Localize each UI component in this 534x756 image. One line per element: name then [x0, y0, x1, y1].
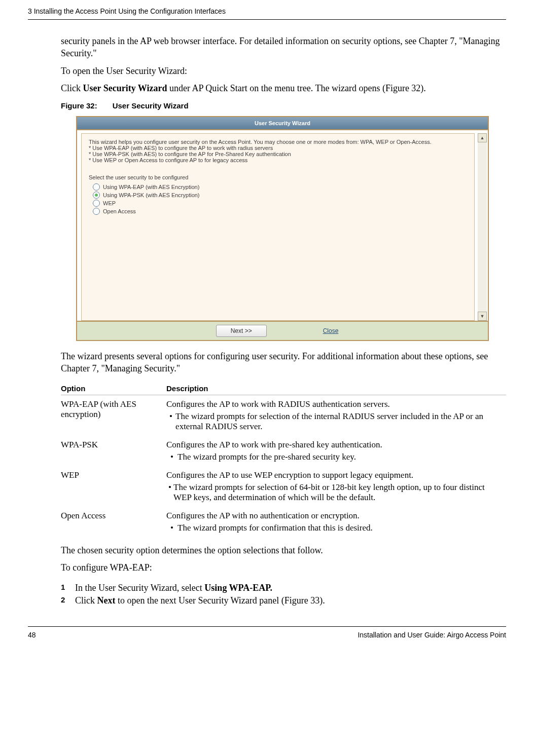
next-button[interactable]: Next >>	[216, 325, 267, 337]
intro-paragraph-1: security panels in the AP web browser in…	[61, 35, 506, 60]
option-cell: WPA-PSK	[61, 436, 166, 466]
description-text: Configures the AP to work with pre-share…	[166, 440, 382, 449]
table-row: Open Access Configures the AP with no au…	[61, 507, 506, 537]
intro-paragraph-3: Click User Security Wizard under AP Quic…	[61, 82, 506, 94]
chapter-title: 3 Installing the Access Point Using the …	[28, 7, 226, 15]
radio-option-wpa-eap[interactable]: Using WPA-EAP (with AES Encryption)	[93, 183, 467, 191]
closing-paragraph-1: The chosen security option determines th…	[61, 544, 506, 556]
description-cell: Configures the AP with no authentication…	[166, 507, 506, 537]
bullet-text: The wizard prompts for confirmation that…	[177, 523, 373, 533]
text-bold: Next	[97, 595, 116, 606]
closing-paragraph-2: To configure WPA-EAP:	[61, 561, 506, 574]
option-cell: Open Access	[61, 507, 166, 537]
table-row: WEP Configures the AP to use WEP encrypt…	[61, 466, 506, 507]
radio-icon[interactable]	[93, 208, 100, 215]
step-number: 1	[61, 583, 75, 593]
step-number: 2	[61, 595, 75, 606]
figure-title: User Security Wizard	[113, 101, 189, 110]
scroll-up-icon[interactable]: ▲	[478, 133, 487, 142]
step-text: In the User Security Wizard, select Usin…	[75, 583, 272, 593]
description-text: Configures the AP to work with RADIUS au…	[166, 399, 390, 409]
table-header-option: Option	[61, 380, 166, 395]
text-fragment: to open the next User Security Wizard pa…	[115, 595, 325, 606]
bullet-text: The wizard prompts for selection of the …	[175, 411, 502, 432]
list-item: 1 In the User Security Wizard, select Us…	[61, 583, 506, 593]
bullet-icon: •	[166, 411, 175, 432]
description-cell: Configures the AP to work with pre-share…	[166, 436, 506, 466]
bullet-icon: •	[166, 482, 173, 503]
wizard-screenshot: User Security Wizard ▲ ▼ This wizard hel…	[76, 116, 489, 341]
close-link[interactable]: Close	[312, 325, 349, 337]
radio-option-wep[interactable]: WEP	[93, 200, 467, 207]
footer-title: Installation and User Guide: Airgo Acces…	[358, 631, 506, 639]
page-number: 48	[28, 631, 36, 639]
table-row: WPA-PSK Configures the AP to work with p…	[61, 436, 506, 466]
scroll-down-icon[interactable]: ▼	[478, 312, 487, 321]
bullet-text: The wizard prompts for the pre-shared se…	[177, 452, 356, 462]
after-figure-text: The wizard presents several options for …	[61, 350, 506, 375]
radio-label-text: WEP	[103, 200, 116, 206]
figure-caption: Figure 32:User Security Wizard	[61, 101, 506, 110]
description-cell: Configures the AP to work with RADIUS au…	[166, 395, 506, 436]
figure-number: Figure 32:	[61, 101, 97, 110]
text-fragment: Click	[61, 83, 83, 93]
wizard-intro-text: This wizard helps you configure user sec…	[89, 139, 467, 163]
description-text: Configures the AP with no authentication…	[166, 511, 360, 520]
option-cell: WEP	[61, 466, 166, 507]
intro-paragraph-2: To open the User Security Wizard:	[61, 65, 506, 77]
radio-option-open-access[interactable]: Open Access	[93, 208, 467, 215]
step-text: Click Next to open the next User Securit…	[75, 595, 325, 606]
text-bold: User Security Wizard	[83, 83, 167, 93]
text-fragment: under AP Quick Start on the menu tree. T…	[167, 83, 425, 93]
scrollbar[interactable]: ▲ ▼	[478, 133, 487, 321]
wizard-title-bar: User Security Wizard	[77, 117, 488, 130]
bullet-icon: •	[166, 523, 177, 533]
options-table: Option Description WPA-EAP (with AES enc…	[61, 380, 506, 537]
radio-label-text: Using WPA-EAP (with AES Encryption)	[103, 184, 199, 190]
list-item: 2 Click Next to open the next User Secur…	[61, 595, 506, 606]
bullet-text: The wizard prompts for selection of 64-b…	[173, 482, 502, 503]
radio-label-text: Using WPA-PSK (with AES Encryption)	[103, 192, 200, 198]
text-bold: Using WPA-EAP.	[204, 583, 272, 593]
radio-label-text: Open Access	[103, 208, 136, 214]
radio-icon[interactable]	[93, 192, 100, 199]
description-cell: Configures the AP to use WEP encryption …	[166, 466, 506, 507]
table-header-description: Description	[166, 380, 506, 395]
radio-icon[interactable]	[93, 200, 100, 207]
option-cell: WPA-EAP (with AES encryption)	[61, 395, 166, 436]
text-fragment: Click	[75, 595, 97, 606]
radio-icon[interactable]	[93, 183, 100, 191]
description-text: Configures the AP to use WEP encryption …	[166, 470, 413, 480]
radio-group-label: Select the user security to be configure…	[89, 174, 467, 180]
table-row: WPA-EAP (with AES encryption) Configures…	[61, 395, 506, 436]
text-fragment: In the User Security Wizard, select	[75, 583, 204, 593]
step-list: 1 In the User Security Wizard, select Us…	[61, 583, 506, 606]
bullet-icon: •	[166, 452, 177, 462]
radio-option-wpa-psk[interactable]: Using WPA-PSK (with AES Encryption)	[93, 192, 467, 199]
